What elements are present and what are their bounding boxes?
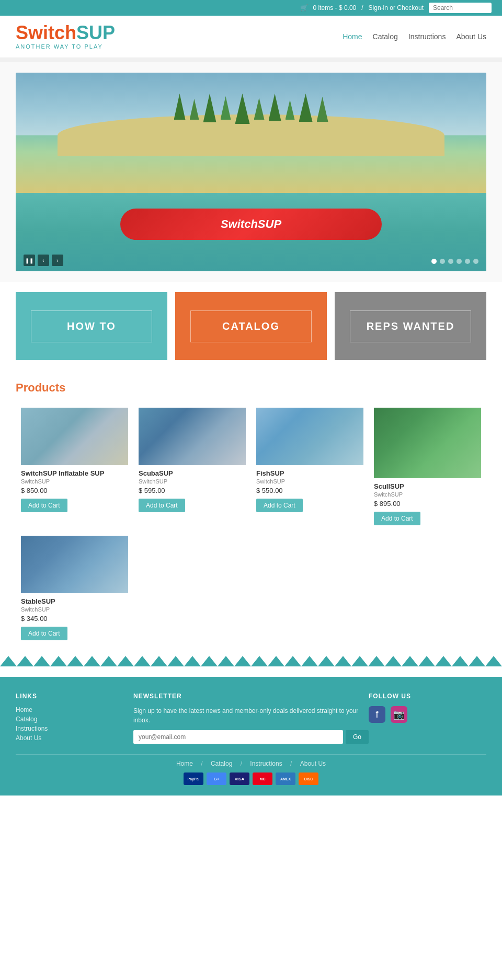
logo: SwitchSUP ANOTHER WAY TO PLAY [16, 24, 115, 50]
payment-mastercard: MC [253, 773, 272, 785]
products-section: Products SwitchSUP Inflatable SUP Switch… [0, 371, 502, 656]
top-bar: 🛒 0 items - $ 0.00 / Sign-in or Checkout [0, 0, 502, 16]
category-catalog-label: CATALOG [207, 320, 295, 332]
footer-bottom-about[interactable]: About Us [300, 760, 326, 767]
footer-bottom-instructions[interactable]: Instructions [250, 760, 282, 767]
category-catalog[interactable]: CATALOG [175, 292, 327, 360]
hero-pause-btn[interactable]: ❚❚ [24, 255, 35, 266]
add-to-cart-0[interactable]: Add to Cart [21, 499, 67, 512]
category-howto-label: HOW TO [47, 320, 136, 332]
add-to-cart-4[interactable]: Add to Cart [21, 627, 67, 640]
cart-icon: 🛒 [300, 4, 308, 11]
product-image-1 [139, 408, 246, 465]
hero-section: SwitchSUP ❚❚ ‹ › [0, 62, 502, 282]
hero-dot-4[interactable] [457, 259, 462, 264]
product-card-2: FishSUP SwitchSUP $ 550.00 Add to Cart [251, 402, 369, 531]
hero-trees [58, 94, 444, 124]
hero-dots [431, 259, 478, 264]
newsletter-submit-btn[interactable]: Go [346, 730, 369, 744]
add-to-cart-1[interactable]: Add to Cart [139, 499, 185, 512]
hero-dot-2[interactable] [440, 259, 445, 264]
product-brand-2: SwitchSUP [256, 478, 363, 485]
newsletter-email-input[interactable] [133, 730, 343, 744]
product-name-0: SwitchSUP Inflatable SUP [21, 469, 128, 477]
product-image-2 [256, 408, 363, 465]
footer-payments: PayPal G+ VISA MC AMEX DISC [16, 773, 486, 790]
product-price-0: $ 850.00 [21, 487, 128, 494]
separator: / [361, 4, 363, 11]
payment-discover: DISC [299, 773, 318, 785]
footer-link-instructions[interactable]: Instructions [16, 725, 133, 732]
header-divider [0, 58, 502, 62]
nav-home[interactable]: Home [343, 32, 362, 41]
payment-google: G+ [207, 773, 226, 785]
products-title: Products [16, 381, 486, 395]
products-grid: SwitchSUP Inflatable SUP SwitchSUP $ 850… [16, 402, 486, 645]
categories-section: HOW TO CATALOG REPS WANTED [0, 282, 502, 371]
logo-sup: SUP [76, 22, 115, 43]
logo-switch: Switch [16, 22, 76, 43]
product-card-4: StableSUP SwitchSUP $ 345.00 Add to Cart [16, 531, 133, 645]
product-card-3: ScullSUP SwitchSUP $ 895.00 Add to Cart [369, 402, 486, 531]
payment-visa: VISA [230, 773, 249, 785]
footer: LINKS Home Catalog Instructions About Us… [0, 677, 502, 795]
product-name-4: StableSUP [21, 597, 128, 605]
hero-dot-5[interactable] [465, 259, 470, 264]
nav-about[interactable]: About Us [456, 32, 486, 41]
hero-next-btn[interactable]: › [52, 255, 63, 266]
footer-links-col: LINKS Home Catalog Instructions About Us [16, 693, 133, 744]
payment-paypal: PayPal [184, 773, 203, 785]
product-price-4: $ 345.00 [21, 615, 128, 622]
footer-divider [0, 656, 502, 666]
hero-controls: ❚❚ ‹ › [24, 255, 63, 266]
signin-link[interactable]: Sign-in or Checkout [369, 4, 424, 11]
product-price-3: $ 895.00 [374, 500, 481, 508]
footer-top: LINKS Home Catalog Instructions About Us… [16, 693, 486, 744]
footer-newsletter-title: NEWSLETTER [133, 693, 369, 700]
product-brand-3: SwitchSUP [374, 491, 481, 498]
footer-bottom-catalog[interactable]: Catalog [211, 760, 232, 767]
category-reps-label: REPS WANTED [366, 320, 455, 332]
footer-follow-title: FOLLOW US [369, 693, 486, 700]
footer-newsletter-text: Sign up to have the latest news and memb… [133, 706, 369, 725]
nav-catalog[interactable]: Catalog [373, 32, 398, 41]
hero-prev-btn[interactable]: ‹ [38, 255, 49, 266]
product-image-3 [374, 408, 481, 478]
product-brand-4: SwitchSUP [21, 606, 128, 613]
category-howto[interactable]: HOW TO [16, 292, 167, 360]
hero-dot-1[interactable] [431, 259, 437, 264]
footer-newsletter-col: NEWSLETTER Sign up to have the latest ne… [133, 693, 369, 744]
hero-board-text: SwitchSUP [221, 217, 281, 231]
hero-dot-6[interactable] [473, 259, 478, 264]
footer-bottom-home[interactable]: Home [176, 760, 193, 767]
footer-newsletter-form: Go [133, 730, 369, 744]
product-image-4 [21, 536, 128, 593]
product-price-2: $ 550.00 [256, 487, 363, 494]
product-brand-0: SwitchSUP [21, 478, 128, 485]
product-card-0: SwitchSUP Inflatable SUP SwitchSUP $ 850… [16, 402, 133, 531]
add-to-cart-3[interactable]: Add to Cart [374, 512, 420, 525]
logo-tagline: ANOTHER WAY TO PLAY [16, 43, 115, 50]
product-name-2: FishSUP [256, 469, 363, 477]
nav-instructions[interactable]: Instructions [408, 32, 446, 41]
payment-amex: AMEX [276, 773, 295, 785]
footer-link-about[interactable]: About Us [16, 734, 133, 742]
add-to-cart-2[interactable]: Add to Cart [256, 499, 303, 512]
category-reps[interactable]: REPS WANTED [335, 292, 486, 360]
instagram-icon[interactable]: 📷 [391, 706, 407, 723]
facebook-icon[interactable]: f [369, 706, 385, 723]
hero-slideshow: SwitchSUP ❚❚ ‹ › [16, 73, 486, 271]
svg-marker-0 [0, 656, 502, 666]
product-name-1: ScubaSUP [139, 469, 246, 477]
search-input[interactable] [429, 3, 492, 13]
footer-link-catalog[interactable]: Catalog [16, 716, 133, 723]
product-card-1: ScubaSUP SwitchSUP $ 595.00 Add to Cart [133, 402, 251, 531]
hero-dot-3[interactable] [448, 259, 453, 264]
product-brand-1: SwitchSUP [139, 478, 246, 485]
main-nav: Home Catalog Instructions About Us [343, 32, 486, 41]
footer-link-home[interactable]: Home [16, 706, 133, 713]
hero-board: SwitchSUP [120, 209, 382, 240]
product-price-1: $ 595.00 [139, 487, 246, 494]
footer-links-title: LINKS [16, 693, 133, 700]
footer-bottom-nav: Home / Catalog / Instructions / About Us [16, 754, 486, 767]
